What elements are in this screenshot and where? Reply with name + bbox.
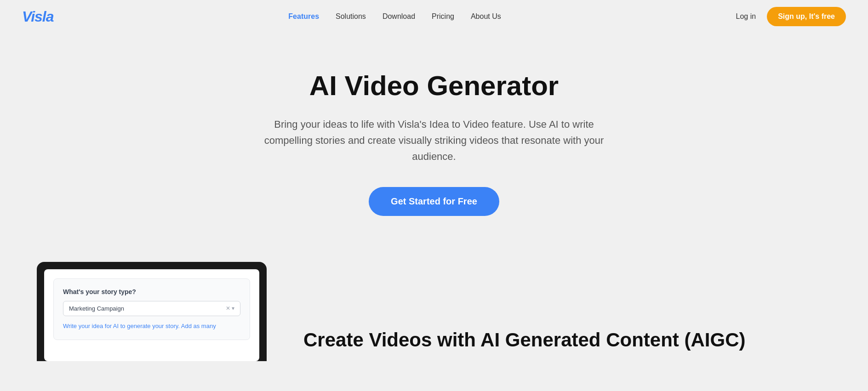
laptop-screen: What's your story type? Marketing Campai… [44,269,259,361]
hero-subtitle: Bring your ideas to life with Visla's Id… [250,116,618,165]
nav-link-features[interactable]: Features [288,12,319,20]
story-type-label: What's your story type? [63,288,240,295]
login-link[interactable]: Log in [736,12,756,21]
bottom-section: What's your story type? Marketing Campai… [0,244,868,361]
laptop-mockup: What's your story type? Marketing Campai… [37,262,267,361]
bottom-text-block: Create Videos with AI Generated Content … [303,329,831,361]
signup-button[interactable]: Sign up, It's free [767,7,846,26]
nav-link-pricing[interactable]: Pricing [432,12,454,20]
nav-item-download[interactable]: Download [383,12,415,21]
nav-link-about[interactable]: About Us [471,12,501,20]
nav-right: Log in Sign up, It's free [736,7,846,26]
hero-title: AI Video Generator [309,70,559,102]
nav-item-pricing[interactable]: Pricing [432,12,454,21]
logo[interactable]: Visla [22,8,54,25]
story-type-value: Marketing Campaign [69,305,124,312]
nav-links: Features Solutions Download Pricing Abou… [288,12,501,21]
screen-inner: What's your story type? Marketing Campai… [53,278,250,340]
input-icons: ✕ ▾ [226,305,234,312]
nav-link-download[interactable]: Download [383,12,415,20]
nav-item-features[interactable]: Features [288,12,319,21]
bottom-title: Create Videos with AI Generated Content … [303,329,831,351]
nav-item-solutions[interactable]: Solutions [336,12,366,21]
laptop-frame: What's your story type? Marketing Campai… [37,262,267,361]
story-type-input[interactable]: Marketing Campaign ✕ ▾ [63,301,240,316]
nav-item-about[interactable]: About Us [471,12,501,21]
get-started-button[interactable]: Get Started for Free [369,187,499,216]
navbar: Visla Features Solutions Download Pricin… [0,0,868,33]
nav-link-solutions[interactable]: Solutions [336,12,366,20]
textarea-hint: Write your idea for AI to generate your … [63,322,240,331]
hero-section: AI Video Generator Bring your ideas to l… [0,33,868,244]
